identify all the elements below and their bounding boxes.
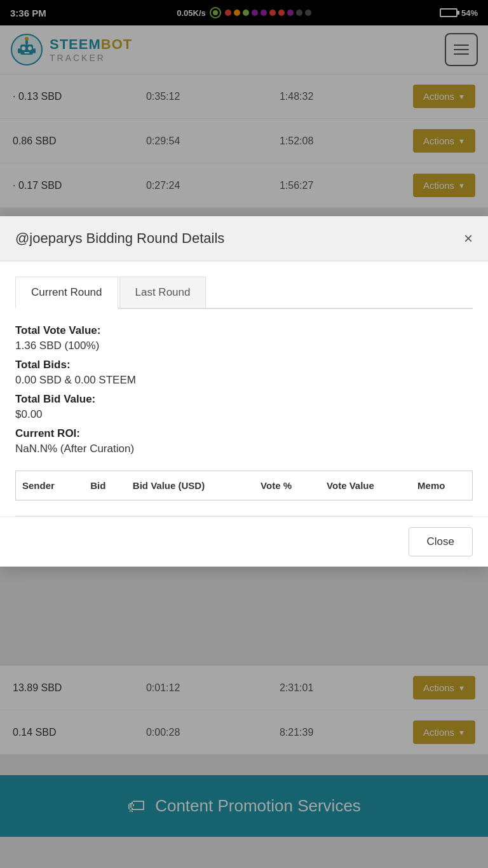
close-button[interactable]: Close <box>409 527 473 556</box>
total-vote-value: 1.36 SBD (100%) <box>15 340 473 352</box>
total-bids-label: Total Bids: <box>15 359 473 371</box>
modal-title: @joeparys Bidding Round Details <box>15 230 224 247</box>
total-bid-value: $0.00 <box>15 408 473 421</box>
bidding-round-modal: @joeparys Bidding Round Details × Curren… <box>0 216 488 567</box>
tab-current-round[interactable]: Current Round <box>15 277 118 309</box>
col-sender: Sender <box>16 471 85 500</box>
current-roi-label: Current ROI: <box>15 427 473 440</box>
table-header: Sender Bid Bid Value (USD) Vote % Vote V… <box>16 471 473 500</box>
modal-body: Current Round Last Round Total Vote Valu… <box>0 261 488 516</box>
current-roi-value: NaN.N% (After Curation) <box>15 443 473 455</box>
col-bid: Bid <box>84 471 126 500</box>
stats-section: Total Vote Value: 1.36 SBD (100%) Total … <box>15 324 473 455</box>
total-bids-value: 0.00 SBD & 0.00 STEEM <box>15 374 473 387</box>
total-bid-value-label: Total Bid Value: <box>15 393 473 406</box>
modal-footer: Close <box>0 516 488 567</box>
bids-table: Sender Bid Bid Value (USD) Vote % Vote V… <box>15 471 473 500</box>
tab-last-round[interactable]: Last Round <box>119 277 207 308</box>
total-vote-value-label: Total Vote Value: <box>15 324 473 337</box>
tabs-container: Current Round Last Round <box>15 277 473 309</box>
col-bid-value: Bid Value (USD) <box>126 471 254 500</box>
modal-close-button[interactable]: × <box>464 231 473 246</box>
modal-header: @joeparys Bidding Round Details × <box>0 216 488 261</box>
col-vote-value: Vote Value <box>320 471 411 500</box>
col-memo: Memo <box>411 471 472 500</box>
col-vote-pct: Vote % <box>254 471 320 500</box>
